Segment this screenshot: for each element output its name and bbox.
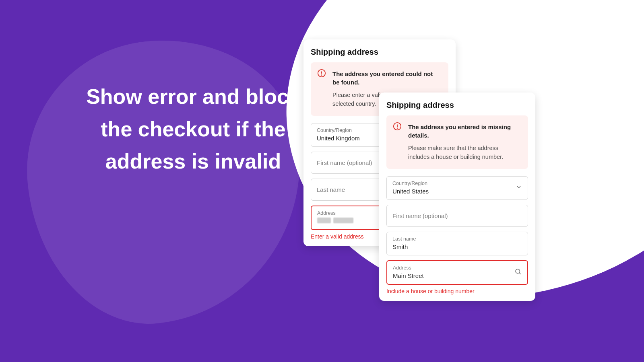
alert-body: Please make sure that the address includ… bbox=[408, 144, 521, 162]
svg-point-6 bbox=[516, 269, 520, 274]
address-input[interactable]: Address Main Street bbox=[386, 260, 528, 285]
error-alert: The address you entered is missing detai… bbox=[386, 115, 528, 169]
field-label: Address bbox=[393, 265, 522, 271]
field-value: United States bbox=[392, 188, 522, 195]
card-title: Shipping address bbox=[386, 101, 528, 110]
hero-headline: Show error and block the checkout if the… bbox=[80, 80, 306, 178]
field-placeholder: First name (optional) bbox=[392, 212, 522, 219]
svg-point-5 bbox=[397, 128, 398, 128]
purple-blob-bg bbox=[14, 27, 316, 335]
card-title: Shipping address bbox=[311, 47, 448, 57]
first-name-input[interactable]: First name (optional) bbox=[386, 205, 528, 227]
search-icon bbox=[514, 268, 522, 277]
svg-line-7 bbox=[519, 273, 520, 274]
svg-point-2 bbox=[322, 75, 322, 75]
chevron-down-icon bbox=[516, 184, 522, 192]
alert-title: The address you entered could not be fou… bbox=[332, 70, 441, 86]
field-label: Country/Region bbox=[392, 181, 522, 186]
alert-icon bbox=[317, 69, 326, 78]
alert-title: The address you entered is missing detai… bbox=[408, 123, 521, 140]
field-error-text: Include a house or building number bbox=[386, 288, 528, 294]
alert-icon bbox=[393, 122, 402, 131]
field-value: Main Street bbox=[393, 272, 522, 279]
field-value: Smith bbox=[392, 243, 522, 250]
country-select[interactable]: Country/Region United States bbox=[386, 176, 528, 200]
marketing-slide: Show error and block the checkout if the… bbox=[0, 0, 644, 362]
checkout-card-missing-details: Shipping address The address you entered… bbox=[379, 93, 535, 301]
last-name-input[interactable]: Last name Smith bbox=[386, 232, 528, 255]
field-label: Last name bbox=[392, 236, 522, 242]
